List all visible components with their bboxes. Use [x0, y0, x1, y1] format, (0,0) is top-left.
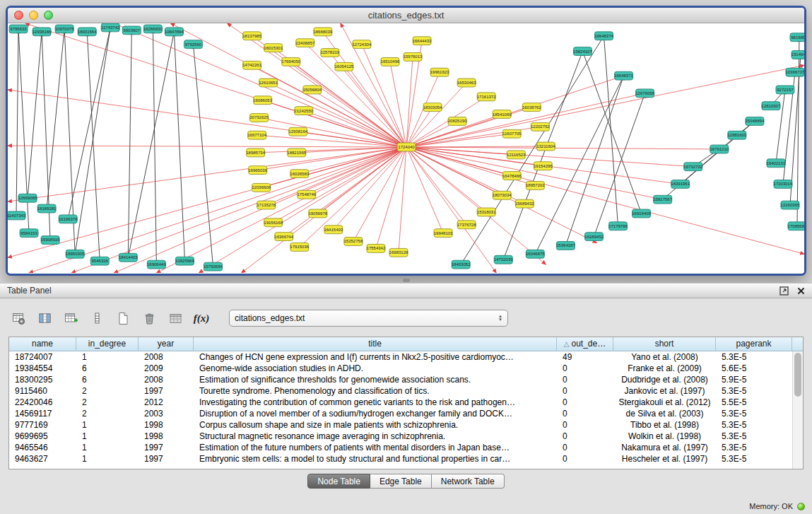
- graph-node[interactable]: 21242550: [294, 107, 313, 115]
- table-row[interactable]: 946362711997Embryonic stem cells: a mode…: [9, 453, 792, 465]
- graph-node[interactable]: 18303054: [423, 103, 442, 112]
- graph-node[interactable]: 15908915: [41, 236, 60, 245]
- row-height-icon[interactable]: [87, 308, 107, 328]
- graph-node[interactable]: 14702039: [494, 255, 513, 264]
- close-window-button[interactable]: [14, 11, 23, 20]
- graph-node[interactable]: 9792560: [184, 40, 202, 49]
- graph-node[interactable]: 12116523: [507, 151, 526, 159]
- graph-node[interactable]: 9603607: [122, 26, 141, 35]
- graph-node[interactable]: 17085681: [788, 222, 804, 230]
- graph-node[interactable]: 10366737: [786, 68, 804, 76]
- column-header[interactable]: in_degree: [76, 337, 139, 351]
- graph-node[interactable]: 18073034: [493, 191, 512, 199]
- table-row[interactable]: 946554611997Estimation of the future num…: [9, 442, 792, 453]
- graph-node[interactable]: 17915036: [290, 243, 309, 251]
- graph-node[interactable]: 16038762: [522, 103, 541, 112]
- graph-node[interactable]: 10925969: [175, 257, 194, 265]
- table-selector[interactable]: citations_edges.txt ▲▼: [229, 310, 508, 327]
- graph-node[interactable]: 19086053: [253, 96, 272, 105]
- column-header[interactable]: pagerank: [716, 337, 792, 351]
- graph-node[interactable]: 9795633: [9, 25, 28, 33]
- graph-node[interactable]: 18137985: [242, 32, 261, 40]
- graph-node[interactable]: 12610307: [762, 102, 781, 110]
- graph-node[interactable]: 15364187: [556, 242, 575, 250]
- column-header[interactable]: title: [194, 337, 557, 351]
- graph-node[interactable]: 16644433: [413, 37, 432, 45]
- new-column-icon[interactable]: [61, 308, 81, 328]
- graph-node[interactable]: 16791210: [710, 145, 729, 153]
- graph-node[interactable]: 18414403: [119, 253, 138, 262]
- vertical-scrollbar[interactable]: [792, 351, 803, 469]
- graph-node[interactable]: 17554342: [367, 244, 386, 252]
- graph-node[interactable]: 15950305: [66, 250, 85, 258]
- graph-node[interactable]: 18985734: [246, 148, 265, 157]
- minimize-window-button[interactable]: [29, 11, 38, 20]
- graph-node[interactable]: 15817567: [653, 195, 672, 204]
- graph-node[interactable]: 9272157: [776, 86, 794, 94]
- graph-node[interactable]: 15048894: [746, 117, 765, 125]
- graph-node[interactable]: 18189281: [37, 204, 57, 213]
- network-canvas[interactable]: 1724040181379851601530117694050224068571…: [8, 23, 804, 273]
- graph-node[interactable]: 15824107: [573, 47, 592, 56]
- table-row[interactable]: 1938455462009Genome-wide association stu…: [9, 363, 792, 374]
- graph-node[interactable]: 15689432: [515, 199, 534, 208]
- graph-node[interactable]: 16415403: [324, 226, 343, 234]
- window-titlebar[interactable]: citations_edges.txt: [8, 8, 804, 23]
- graph-node[interactable]: 18957201: [526, 181, 545, 189]
- select-columns-icon[interactable]: [35, 308, 54, 328]
- graph-node[interactable]: 15146457: [792, 51, 804, 59]
- graph-node[interactable]: 17135278: [257, 201, 276, 209]
- graph-node[interactable]: 18541069: [493, 110, 512, 119]
- table-row[interactable]: 1830029562008Estimation of significance …: [9, 374, 792, 385]
- graph-node[interactable]: 16402131: [767, 159, 786, 168]
- graph-node[interactable]: 15056804: [302, 86, 322, 94]
- scrollbar-thumb[interactable]: [794, 353, 801, 397]
- graph-node[interactable]: 16983128: [389, 248, 408, 257]
- graph-node[interactable]: 16648371: [614, 71, 633, 80]
- tab-network-table[interactable]: Network Table: [432, 474, 505, 489]
- tab-edge-table[interactable]: Edge Table: [370, 474, 432, 489]
- graph-node[interactable]: 19156168: [264, 218, 283, 227]
- graph-node[interactable]: 10647894: [165, 28, 184, 36]
- graph-node[interactable]: 19948103: [434, 229, 453, 238]
- graph-node[interactable]: 16266830: [143, 25, 163, 33]
- graph-node[interactable]: 10196378: [59, 215, 78, 223]
- graph-node[interactable]: 19154295: [534, 162, 553, 170]
- graph-node[interactable]: 17203016: [774, 180, 793, 188]
- column-header[interactable]: short: [613, 337, 716, 351]
- close-panel-icon[interactable]: [797, 287, 805, 295]
- table-row[interactable]: 969969511998Structural magnetic resonanc…: [9, 431, 792, 442]
- graph-node[interactable]: 14742261: [242, 61, 261, 69]
- graph-node[interactable]: 16648374: [594, 32, 613, 40]
- new-file-icon[interactable]: [113, 308, 133, 328]
- graph-node[interactable]: 9584153: [20, 229, 38, 238]
- graph-node[interactable]: 16189452: [584, 233, 604, 241]
- graph-node[interactable]: 17694050: [281, 57, 300, 66]
- graph-node[interactable]: 16478466: [502, 172, 522, 180]
- graph-node[interactable]: 12938164: [288, 127, 307, 136]
- graph-node[interactable]: 9546328: [90, 257, 109, 265]
- graph-node[interactable]: 22406857: [295, 39, 314, 47]
- graph-node[interactable]: 18403052: [452, 260, 471, 269]
- table-row[interactable]: 1456911722003Disruption of a novel membe…: [9, 408, 792, 419]
- graph-node[interactable]: 20825190: [448, 117, 467, 125]
- graph-node[interactable]: 12160365: [781, 201, 800, 209]
- graph-node[interactable]: 16530463: [457, 78, 476, 87]
- import-table-icon[interactable]: [165, 308, 185, 328]
- graph-node[interactable]: 19965036: [248, 166, 267, 175]
- table-settings-icon[interactable]: [8, 308, 28, 328]
- graph-node[interactable]: 18391951: [671, 180, 690, 188]
- column-header[interactable]: year: [139, 337, 194, 351]
- graph-node[interactable]: 12881600: [727, 131, 746, 139]
- graph-node[interactable]: 1724040: [397, 143, 416, 151]
- graph-node[interactable]: 15750694: [204, 262, 223, 271]
- graph-node[interactable]: 16015301: [264, 44, 283, 52]
- graph-node[interactable]: 13211604: [536, 142, 555, 151]
- graph-node[interactable]: 16732702: [683, 163, 702, 171]
- function-builder-icon[interactable]: f(x): [192, 308, 211, 328]
- graph-node[interactable]: 16906449: [147, 260, 166, 269]
- split-handle[interactable]: [0, 277, 812, 283]
- graph-node[interactable]: 18001564: [78, 28, 97, 36]
- graph-node[interactable]: 18668039: [313, 28, 332, 36]
- table-row[interactable]: 977716911998Corpus callosum shape and si…: [9, 419, 792, 431]
